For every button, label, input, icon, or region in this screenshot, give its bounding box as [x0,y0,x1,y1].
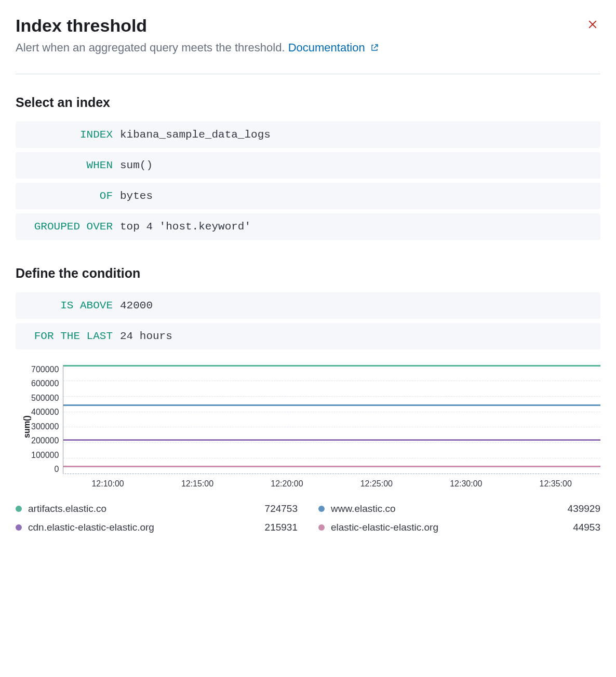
gridline [63,442,600,443]
y-tick: 300000 [31,422,59,431]
x-tick: 12:25:00 [360,479,393,489]
divider [16,74,600,74]
gridline [63,381,600,381]
y-tick: 400000 [31,408,59,417]
legend-name: artifacts.elastic.co [28,503,265,514]
y-tick: 500000 [31,394,59,403]
series-line [63,439,600,441]
gridline [63,412,600,412]
legend-value: 724753 [265,503,298,514]
legend-name: cdn.elastic-elastic-elastic.org [28,522,265,533]
define-condition-heading: Define the condition [16,266,600,281]
of-expression[interactable]: OF bytes [16,183,600,209]
y-tick: 100000 [31,451,59,460]
legend-dot-icon [16,506,22,512]
expr-value: bytes [120,190,153,202]
is-above-expression[interactable]: IS ABOVE 42000 [16,292,600,319]
close-button[interactable] [585,16,600,34]
y-tick: 200000 [31,436,59,445]
legend-item[interactable]: artifacts.elastic.co724753 [16,503,298,514]
select-index-rows: INDEX kibana_sample_data_logs WHEN sum()… [16,121,600,240]
chart-x-axis: 12:10:0012:15:0012:20:0012:25:0012:30:00… [63,474,600,489]
y-tick: 700000 [31,365,59,374]
legend-dot-icon [318,506,325,512]
x-tick: 12:30:00 [450,479,482,489]
define-condition-rows: IS ABOVE 42000 FOR THE LAST 24 hours [16,292,600,349]
grouped-over-expression[interactable]: GROUPED OVER top 4 'host.keyword' [16,213,600,240]
legend-dot-icon [318,524,325,531]
page-subtitle: Alert when an aggregated query meets the… [16,41,600,55]
legend-item[interactable]: cdn.elastic-elastic-elastic.org215931 [16,522,298,533]
expr-label: GROUPED OVER [24,221,120,233]
chart-y-axis: 7000006000005000004000003000002000001000… [31,365,63,474]
gridline [63,458,600,458]
y-tick: 0 [54,465,59,474]
legend-name: elastic-elastic-elastic.org [331,522,573,533]
series-line [63,466,600,467]
expr-value: kibana_sample_data_logs [120,129,271,141]
x-tick: 12:15:00 [181,479,213,489]
y-tick: 600000 [31,379,59,388]
x-tick: 12:20:00 [271,479,303,489]
external-link-icon [370,42,379,55]
page-title: Index threshold [16,16,147,36]
expr-value: top 4 'host.keyword' [120,221,251,233]
series-line [63,404,600,406]
expr-value: 42000 [120,300,153,312]
legend-value: 215931 [265,522,298,533]
legend-item[interactable]: www.elastic.co439929 [318,503,600,514]
when-expression[interactable]: WHEN sum() [16,152,600,179]
gridline [63,427,600,427]
legend-dot-icon [16,524,22,531]
gridline [63,396,600,397]
chart-container: sum() 7000006000005000004000003000002000… [16,365,600,489]
expr-value: 24 hours [120,330,172,342]
legend-item[interactable]: elastic-elastic-elastic.org44953 [318,522,600,533]
close-icon [588,20,597,29]
legend-value: 439929 [568,503,600,514]
legend-value: 44953 [573,522,600,533]
documentation-link[interactable]: Documentation [288,41,379,54]
expr-value: sum() [120,159,153,171]
for-the-last-expression[interactable]: FOR THE LAST 24 hours [16,323,600,349]
gridline [63,473,600,474]
series-line [63,365,600,367]
expr-label: OF [24,190,120,202]
expr-label: INDEX [24,129,120,141]
chart-y-axis-label: sum() [22,415,32,438]
x-tick: 12:10:00 [91,479,124,489]
subtitle-text: Alert when an aggregated query meets the… [16,41,285,54]
documentation-link-label: Documentation [288,41,365,54]
index-expression[interactable]: INDEX kibana_sample_data_logs [16,121,600,148]
x-tick: 12:35:00 [540,479,572,489]
legend-name: www.elastic.co [331,503,568,514]
expr-label: IS ABOVE [24,300,120,312]
expr-label: WHEN [24,159,120,171]
select-index-heading: Select an index [16,95,600,110]
expr-label: FOR THE LAST [24,330,120,342]
chart-legend: artifacts.elastic.co724753www.elastic.co… [16,503,600,533]
chart-plot-area [63,365,600,474]
